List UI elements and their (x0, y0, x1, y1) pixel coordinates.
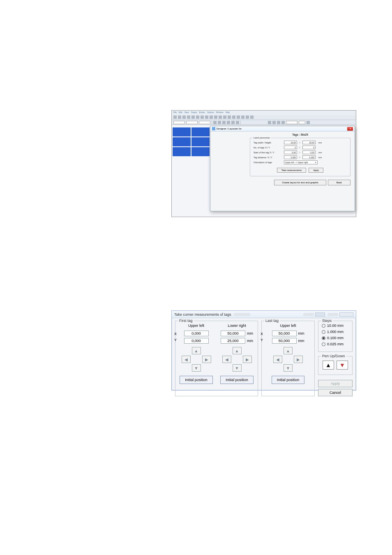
menu-file[interactable]: File (173, 111, 177, 115)
take-measurements-button[interactable]: Take measurements (277, 168, 307, 173)
arrow-left-icon[interactable]: ◀ (273, 356, 282, 363)
arrow-right-icon[interactable]: ▶ (243, 356, 252, 363)
toolbar-icon[interactable] (281, 121, 285, 124)
step-radio-1[interactable]: 1.000 mm (322, 330, 349, 334)
tag-height-input[interactable]: 25,00 (302, 141, 316, 144)
step-radio-0025[interactable]: 0.025 mm (322, 342, 349, 346)
initial-position-button[interactable]: Initial position (220, 376, 254, 384)
start-y-input[interactable]: 0,00 (302, 150, 316, 154)
toolbar-icon[interactable] (213, 121, 217, 124)
toolbar-icon[interactable] (210, 116, 213, 119)
toolbar-icon[interactable] (232, 116, 235, 119)
toolbar-icon[interactable] (223, 116, 226, 119)
close-icon[interactable]: ✕ (347, 127, 353, 131)
menu-output[interactable]: Output (191, 111, 197, 115)
group-legend: Pen Up/Down (321, 354, 346, 358)
toolbar-icon[interactable] (237, 116, 240, 119)
toolbar-icon[interactable] (173, 116, 177, 119)
toolbar-icon[interactable] (268, 121, 271, 124)
toolbar-icon[interactable] (307, 121, 310, 124)
arrow-right-icon[interactable]: ▶ (202, 356, 211, 363)
close-icon[interactable] (339, 312, 353, 317)
pen-up-button[interactable]: ▲ (323, 361, 334, 370)
arrow-down-icon[interactable]: ▼ (233, 364, 242, 372)
toolbar-icon[interactable] (196, 116, 199, 119)
toolbar-icon[interactable] (178, 116, 181, 119)
toolbar-icon[interactable] (227, 121, 230, 124)
unit: mm (247, 339, 253, 343)
arrow-up-icon[interactable]: ▲ (233, 347, 242, 354)
toolbar-icon[interactable] (250, 116, 254, 119)
toolbar-icon[interactable] (228, 116, 231, 119)
last-x-input[interactable]: 50,000 (272, 331, 297, 336)
start-x-input[interactable]: 0,00 (284, 150, 297, 154)
dropdown[interactable] (173, 121, 185, 124)
dropdown[interactable] (199, 121, 210, 124)
first-tag-group: First tag X Y Upper left 0,000 0,000 ▲ ◀… (175, 321, 258, 396)
tag-cell[interactable] (191, 137, 210, 146)
tag-cell[interactable] (191, 127, 210, 136)
menu-view[interactable]: View (184, 111, 189, 115)
tag-cell[interactable] (173, 127, 191, 136)
apply-button[interactable]: Apply (318, 380, 353, 387)
menu-help[interactable]: Help (226, 111, 230, 115)
dropdown[interactable] (286, 121, 297, 124)
axis-y-label: Y (261, 338, 263, 342)
initial-position-button[interactable]: Initial position (180, 376, 213, 384)
toolbar-icon[interactable] (272, 121, 276, 124)
toolbar-icon[interactable] (187, 116, 190, 119)
dist-x-input[interactable]: 0,000 (284, 155, 297, 159)
tag-cell[interactable] (173, 147, 191, 156)
upper-left-heading: Upper left (188, 324, 204, 328)
cancel-button[interactable]: Cancel (318, 389, 353, 396)
first-ul-x-input[interactable]: 0,000 (184, 331, 209, 336)
tag-cell[interactable] (191, 147, 210, 156)
first-lr-x-input[interactable]: 50,000 (221, 331, 245, 336)
menu-window[interactable]: Window (216, 111, 224, 115)
menu-extras[interactable]: Extras (199, 111, 205, 115)
arrow-up-icon[interactable]: ▲ (192, 347, 201, 354)
menubar: File Edit View Output Extras Options Win… (172, 111, 356, 115)
arrow-left-icon[interactable]: ◀ (222, 356, 231, 363)
tag-width-input[interactable]: 10,00 (284, 141, 297, 144)
toolbar-icon[interactable] (236, 121, 239, 124)
minimize-icon[interactable] (315, 312, 325, 317)
menu-options[interactable]: Options (207, 111, 214, 115)
last-y-input[interactable]: 50,000 (272, 338, 297, 344)
toolbar-icon[interactable] (191, 116, 195, 119)
back-button[interactable]: Back (328, 180, 350, 185)
dropdown[interactable] (299, 121, 305, 124)
title-blur (327, 313, 338, 316)
toolbar-icon[interactable] (231, 121, 235, 124)
orient-select[interactable]: Upper left --> Upper right ▾ (284, 160, 318, 164)
arrow-right-icon[interactable]: ▶ (294, 356, 303, 363)
menu-edit[interactable]: Edit (179, 111, 182, 115)
pen-down-button[interactable]: ▼ (337, 361, 348, 370)
first-lr-y-input[interactable]: 25,000 (221, 338, 245, 344)
notags-x-input[interactable]: 2 (284, 146, 297, 149)
toolbar-icon[interactable] (182, 116, 186, 119)
toolbar-icon[interactable] (277, 121, 280, 124)
dist-y-input[interactable]: 0,000 (302, 155, 316, 159)
toolbar-icon[interactable] (205, 116, 208, 119)
toolbar-icon[interactable] (214, 116, 217, 119)
tag-cell[interactable] (173, 137, 191, 146)
toolbar-icon[interactable] (246, 116, 249, 119)
create-layout-button[interactable]: Create layout for text and graphic (274, 180, 326, 185)
toolbar-icon[interactable] (222, 121, 226, 124)
arrow-down-icon[interactable]: ▼ (284, 364, 293, 372)
initial-position-button[interactable]: Initial position (272, 376, 305, 384)
arrow-down-icon[interactable]: ▼ (192, 364, 201, 372)
dropdown[interactable] (186, 121, 198, 124)
arrow-up-icon[interactable]: ▲ (284, 347, 293, 354)
toolbar-icon[interactable] (219, 116, 222, 119)
toolbar-icon[interactable] (241, 116, 244, 119)
notags-y-input[interactable]: 3 (302, 146, 316, 149)
arrow-left-icon[interactable]: ◀ (182, 356, 191, 363)
toolbar-icon[interactable] (201, 116, 204, 119)
step-radio-01[interactable]: 0.100 mm (322, 336, 349, 340)
first-ul-y-input[interactable]: 0,000 (184, 338, 209, 344)
apply-button[interactable]: Apply (309, 168, 323, 173)
toolbar-icon[interactable] (218, 121, 221, 124)
step-radio-10[interactable]: 10.00 mm (322, 324, 349, 328)
